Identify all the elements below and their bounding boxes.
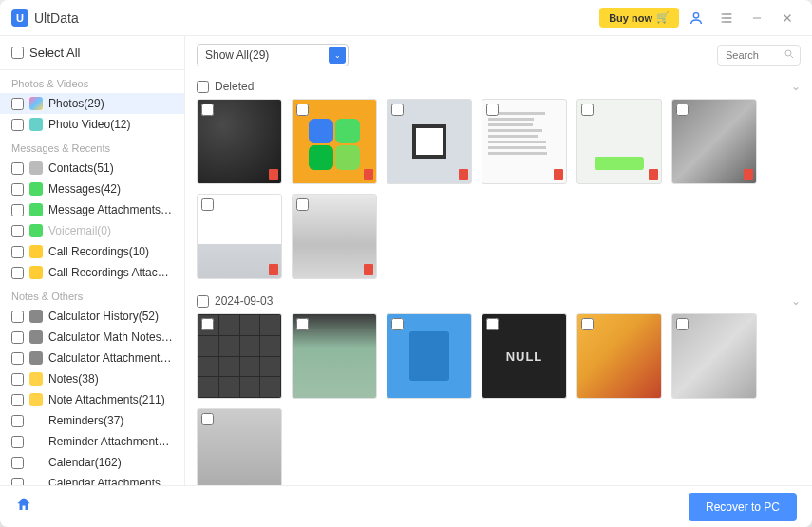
sidebar-item-checkbox[interactable] — [11, 415, 24, 427]
sidebar-item-checkbox[interactable] — [11, 436, 24, 448]
sidebar-item-checkbox[interactable] — [11, 98, 24, 110]
sidebar-item-checkbox[interactable] — [11, 311, 24, 323]
recover-button[interactable]: Recover to PC — [689, 493, 797, 521]
sidebar-item-photos[interactable]: Photos(29) — [0, 93, 184, 114]
group-checkbox[interactable] — [197, 81, 209, 93]
voicemail-icon — [29, 224, 43, 237]
main-toolbar: Show All(29) ⌄ — [185, 36, 812, 74]
select-all-checkbox[interactable] — [11, 47, 24, 59]
menu-icon[interactable] — [713, 5, 740, 31]
sidebar-item-call-rec[interactable]: Call Recordings(10) — [0, 241, 184, 262]
thumbnail-checkbox[interactable] — [201, 198, 214, 211]
photo-thumbnail[interactable] — [387, 99, 472, 184]
photo-thumbnail[interactable] — [292, 99, 377, 184]
photo-thumbnail[interactable] — [292, 194, 377, 279]
sidebar-item-calc-math[interactable]: Calculator Math Notes(6) — [0, 327, 184, 348]
thumbnail-checkbox[interactable] — [391, 104, 404, 116]
select-all-label: Select All — [29, 46, 80, 60]
sidebar-item-checkbox[interactable] — [11, 478, 24, 486]
footer: Recover to PC — [0, 485, 812, 527]
filter-dropdown[interactable]: Show All(29) ⌄ — [197, 44, 349, 66]
calc-hist-icon — [29, 310, 43, 323]
calendar-attach-icon — [29, 477, 43, 485]
sidebar-item-voicemail[interactable]: Voicemail(0) — [0, 220, 184, 241]
sidebar-item-checkbox[interactable] — [11, 373, 24, 386]
thumbnail-checkbox[interactable] — [201, 104, 214, 116]
thumbnail-checkbox[interactable] — [201, 318, 214, 330]
photo-thumbnail[interactable] — [197, 194, 282, 279]
sidebar-item-checkbox[interactable] — [11, 331, 24, 344]
sidebar-item-label: Calculator History(52) — [48, 310, 159, 323]
thumbnail-checkbox[interactable] — [391, 318, 404, 330]
photo-thumbnail[interactable] — [671, 313, 757, 399]
photo-thumbnail[interactable]: NULL — [482, 313, 567, 399]
sidebar-item-contacts[interactable]: Contacts(51) — [0, 158, 184, 179]
photo-thumbnail[interactable] — [387, 313, 472, 399]
sidebar-item-photo-video[interactable]: Photo Video(12) — [0, 114, 184, 135]
thumbnail-checkbox[interactable] — [676, 318, 689, 330]
buy-now-button[interactable]: Buy now 🛒 — [599, 8, 679, 28]
app-title: UltData — [34, 10, 79, 26]
sidebar-item-checkbox[interactable] — [11, 225, 24, 237]
thumbnail-checkbox[interactable] — [676, 104, 689, 116]
photo-thumbnail[interactable] — [197, 99, 282, 184]
sidebar-item-checkbox[interactable] — [11, 394, 24, 406]
sidebar-item-label: Messages(42) — [48, 182, 121, 196]
minimize-button[interactable] — [744, 5, 770, 31]
sidebar-item-reminders[interactable]: Reminders(37) — [0, 410, 184, 431]
sidebar-item-calc-hist[interactable]: Calculator History(52) — [0, 306, 184, 327]
sidebar-item-notes[interactable]: Notes(38) — [0, 368, 184, 389]
thumbnail-checkbox[interactable] — [201, 413, 214, 425]
user-icon[interactable] — [683, 5, 709, 31]
sidebar-item-checkbox[interactable] — [11, 457, 24, 469]
sidebar-item-label: Message Attachments(16) — [48, 203, 173, 216]
sidebar-item-checkbox[interactable] — [11, 204, 24, 216]
photo-thumbnail[interactable] — [576, 313, 662, 399]
deleted-badge-icon — [364, 264, 373, 275]
buy-now-label: Buy now — [609, 12, 652, 24]
photo-thumbnail[interactable] — [482, 99, 567, 184]
photo-thumbnail[interactable] — [671, 99, 757, 184]
thumbnail-checkbox[interactable] — [486, 318, 499, 330]
content: Select All Photos & VideosPhotos(29)Phot… — [0, 36, 812, 485]
photo-thumbnail[interactable] — [197, 408, 282, 485]
thumbnail-checkbox[interactable] — [296, 198, 309, 211]
deleted-badge-icon — [649, 169, 658, 180]
group-checkbox[interactable] — [197, 295, 209, 308]
sidebar-item-msg-attach[interactable]: Message Attachments(16) — [0, 199, 184, 220]
photo-thumbnail[interactable] — [197, 313, 282, 399]
home-icon[interactable] — [15, 496, 32, 518]
deleted-badge-icon — [554, 169, 563, 180]
sidebar-item-calendar-attach[interactable]: Calendar Attachments(1) — [0, 473, 184, 485]
sidebar-item-checkbox[interactable] — [11, 119, 24, 131]
sidebar-item-note-attach[interactable]: Note Attachments(211) — [0, 389, 184, 410]
sidebar-item-checkbox[interactable] — [11, 267, 24, 279]
thumbnail-checkbox[interactable] — [296, 104, 309, 116]
sidebar-item-messages[interactable]: Messages(42) — [0, 179, 184, 199]
sidebar-item-label: Reminders(37) — [48, 414, 123, 427]
sidebar-item-checkbox[interactable] — [11, 246, 24, 258]
svg-point-7 — [785, 50, 791, 56]
sidebar-item-checkbox[interactable] — [11, 352, 24, 365]
thumbnail-checkbox[interactable] — [296, 318, 309, 330]
sidebar-item-reminder-attach[interactable]: Reminder Attachments(27) — [0, 431, 184, 452]
thumbnail-grid — [197, 99, 801, 289]
messages-icon — [29, 182, 43, 196]
select-all-row[interactable]: Select All — [0, 36, 184, 70]
deleted-badge-icon — [269, 264, 278, 275]
sidebar-item-calendar[interactable]: Calendar(162) — [0, 452, 184, 473]
thumbnail-checkbox[interactable] — [581, 318, 594, 330]
sidebar-item-checkbox[interactable] — [11, 183, 24, 196]
main-panel: Show All(29) ⌄ Deleted⌄2024-09-03⌄NULL — [185, 36, 812, 485]
sidebar-item-calc-attach[interactable]: Calculator Attachments(30) — [0, 348, 184, 368]
photo-thumbnail[interactable] — [292, 313, 377, 399]
filter-dropdown-label: Show All(29) — [205, 48, 269, 62]
sidebar-item-checkbox[interactable] — [11, 162, 24, 175]
chevron-down-icon[interactable]: ⌄ — [791, 80, 801, 93]
close-button[interactable] — [774, 5, 801, 31]
thumbnail-checkbox[interactable] — [581, 104, 594, 116]
photo-thumbnail[interactable] — [576, 99, 662, 184]
chevron-down-icon[interactable]: ⌄ — [791, 294, 801, 308]
sidebar-item-call-rec-attach[interactable]: Call Recordings Attachment... — [0, 262, 184, 283]
thumbnail-checkbox[interactable] — [486, 104, 499, 116]
